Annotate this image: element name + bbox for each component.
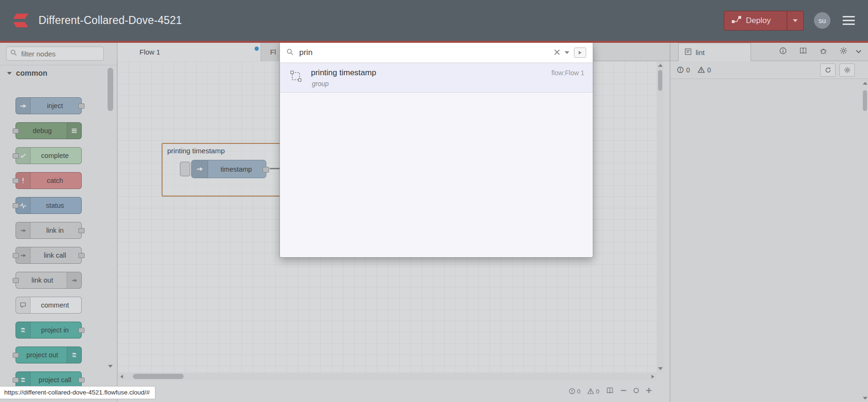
result-title: printing timestamp bbox=[311, 68, 376, 78]
header-accent-line bbox=[0, 41, 868, 43]
search-icon bbox=[287, 48, 294, 57]
search-options-caret[interactable] bbox=[565, 51, 569, 54]
user-avatar[interactable]: su bbox=[814, 12, 830, 29]
app-title: Different-Collared-Dove-4521 bbox=[39, 14, 182, 27]
group-icon bbox=[290, 71, 302, 84]
search-result[interactable]: printing timestamp group flow:Flow 1 bbox=[280, 63, 593, 93]
result-flow-ref: flow:Flow 1 bbox=[551, 69, 584, 77]
flowfuse-logo-icon bbox=[12, 10, 30, 31]
clear-search-icon[interactable] bbox=[554, 48, 560, 57]
chevron-down-icon bbox=[793, 19, 798, 22]
caret-right-icon bbox=[579, 51, 581, 55]
deploy-label: Deploy bbox=[746, 16, 771, 25]
search-scope-button[interactable] bbox=[574, 47, 586, 58]
search-input[interactable] bbox=[298, 47, 550, 58]
deploy-button[interactable]: Deploy bbox=[724, 11, 804, 31]
result-type: group bbox=[312, 80, 329, 87]
search-dialog: printing timestamp group flow:Flow 1 bbox=[279, 43, 593, 258]
main-menu-button[interactable] bbox=[841, 14, 857, 27]
app-header: Different-Collared-Dove-4521 Deploy su bbox=[0, 0, 868, 41]
search-bar bbox=[280, 43, 593, 63]
status-url-bubble: https://different-collared-dove-4521.flo… bbox=[0, 386, 155, 399]
deploy-icon bbox=[732, 16, 741, 25]
deploy-options-button[interactable] bbox=[787, 11, 803, 30]
